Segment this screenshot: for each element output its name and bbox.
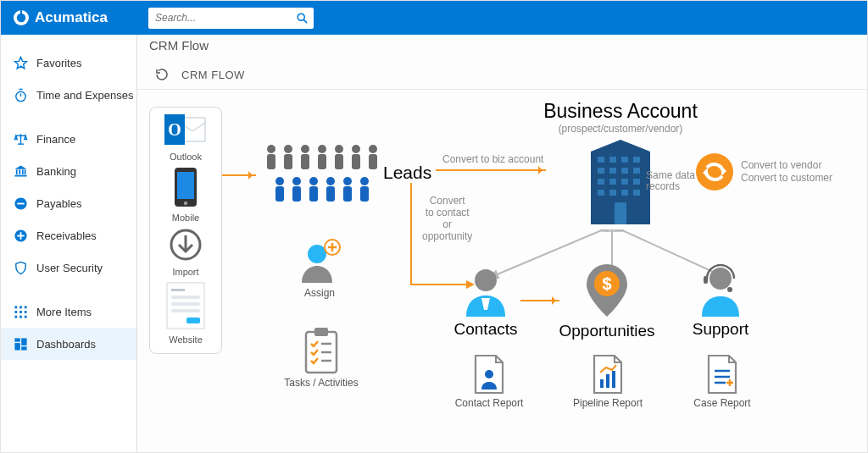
label: Contacts — [439, 320, 532, 339]
svg-rect-85 — [598, 179, 604, 185]
svg-rect-71 — [326, 186, 335, 202]
svg-rect-69 — [309, 186, 318, 202]
svg-rect-45 — [171, 289, 185, 291]
svg-rect-86 — [609, 179, 616, 185]
sidebar-item-label: Favorites — [36, 57, 81, 69]
svg-rect-55 — [301, 154, 309, 169]
search-icon[interactable] — [290, 8, 314, 29]
node-support[interactable]: Support — [678, 264, 763, 339]
svg-marker-12 — [14, 165, 26, 168]
sync-icon[interactable] — [695, 152, 734, 191]
svg-rect-35 — [21, 346, 26, 350]
svg-rect-40 — [177, 172, 194, 199]
node-pipeline-report[interactable]: Pipeline Report — [561, 354, 654, 409]
svg-rect-92 — [633, 190, 640, 196]
sidebar-item-dashboards[interactable]: Dashboards — [1, 328, 136, 360]
node-leads[interactable]: Leads — [383, 159, 431, 183]
svg-point-56 — [318, 145, 326, 153]
source-label: Mobile — [172, 213, 199, 223]
svg-rect-27 — [19, 311, 22, 313]
mobile-icon[interactable] — [173, 167, 198, 207]
brand-name: Acumatica — [35, 9, 108, 26]
bank-icon — [13, 163, 28, 179]
sidebar-item-receivables[interactable]: Receivables — [1, 219, 136, 251]
node-contact-report[interactable]: Contact Report — [442, 354, 536, 409]
minus-circle-icon — [13, 196, 28, 211]
sidebar-item-payables[interactable]: Payables — [1, 187, 136, 219]
svg-point-41 — [184, 202, 187, 205]
svg-point-114 — [709, 268, 732, 290]
svg-point-66 — [292, 177, 301, 185]
node-business-account[interactable]: Business Account (prospect/customer/vend… — [527, 97, 714, 224]
source-label: Website — [169, 334, 203, 345]
svg-rect-22 — [19, 232, 21, 240]
svg-rect-49 — [186, 318, 200, 323]
svg-rect-48 — [171, 309, 200, 312]
dashboard-icon — [13, 336, 28, 351]
svg-point-74 — [360, 177, 369, 185]
sidebar-item-label: Receivables — [36, 229, 97, 242]
sidebar-item-user-security[interactable]: User Security — [1, 251, 136, 284]
svg-rect-46 — [171, 296, 200, 299]
sidebar-item-banking[interactable]: Banking — [1, 155, 136, 187]
import-icon[interactable] — [169, 228, 203, 262]
svg-marker-5 — [14, 57, 26, 68]
label: Business Account — [527, 100, 714, 123]
source-label: Import — [172, 267, 198, 277]
svg-rect-84 — [633, 168, 640, 174]
document-chart-icon — [561, 354, 654, 395]
sidebar-item-favorites[interactable]: Favorites — [1, 47, 136, 79]
label: Assign — [283, 287, 356, 299]
scales-icon — [13, 131, 28, 146]
search-input[interactable] — [148, 12, 290, 24]
page-title: CRM FLOW — [181, 69, 245, 81]
node-opportunities[interactable]: $ Opportunities — [548, 262, 666, 340]
node-tasks[interactable]: Tasks / Activities — [275, 327, 368, 389]
node-assign[interactable]: Assign — [283, 239, 356, 299]
svg-rect-17 — [14, 174, 26, 176]
svg-text:$: $ — [602, 274, 611, 293]
refresh-icon[interactable] — [154, 67, 170, 82]
svg-rect-93 — [615, 202, 626, 224]
svg-rect-65 — [275, 186, 284, 202]
edge-label: Convert to vendor — [741, 159, 821, 171]
svg-rect-79 — [621, 157, 628, 163]
edge-label: Same data records — [646, 170, 695, 192]
svg-rect-88 — [633, 179, 640, 185]
sources-card: O Outlook Mobile Import Website — [149, 107, 222, 354]
source-label: Outlook — [170, 152, 202, 162]
svg-rect-90 — [609, 190, 616, 196]
sidebar-item-time-expenses[interactable]: Time and Expenses — [1, 79, 136, 111]
support-agent-icon — [678, 264, 763, 317]
svg-rect-15 — [21, 169, 23, 174]
svg-point-72 — [343, 177, 352, 185]
svg-rect-2 — [20, 9, 22, 17]
svg-rect-78 — [609, 157, 616, 163]
node-contacts[interactable]: Contacts — [439, 266, 532, 339]
svg-rect-34 — [14, 343, 19, 351]
svg-rect-14 — [19, 169, 20, 174]
svg-rect-118 — [600, 379, 604, 388]
website-icon[interactable] — [166, 282, 205, 329]
outlook-icon[interactable]: O — [164, 114, 207, 146]
sidebar-item-label: Dashboards — [36, 338, 96, 351]
svg-rect-53 — [284, 154, 292, 169]
svg-rect-57 — [318, 154, 326, 169]
svg-point-64 — [275, 177, 284, 185]
brand-logo: Acumatica — [1, 1, 136, 35]
document-person-icon — [442, 354, 536, 395]
svg-point-68 — [309, 177, 318, 185]
grid-icon — [13, 304, 28, 319]
svg-rect-91 — [621, 190, 628, 196]
label: Contact Report — [442, 397, 536, 409]
stopwatch-icon — [13, 87, 28, 102]
sidebar: Favorites Time and Expenses Finance Bank… — [1, 35, 137, 452]
sidebar-item-finance[interactable]: Finance — [1, 123, 136, 155]
node-case-report[interactable]: Case Report — [680, 354, 765, 409]
breadcrumb: CRM Flow — [137, 35, 867, 60]
search-box[interactable] — [148, 8, 314, 29]
svg-rect-115 — [704, 276, 708, 284]
label: Support — [678, 320, 763, 339]
sidebar-item-more-items[interactable]: More Items — [1, 296, 136, 328]
svg-rect-82 — [609, 168, 616, 174]
